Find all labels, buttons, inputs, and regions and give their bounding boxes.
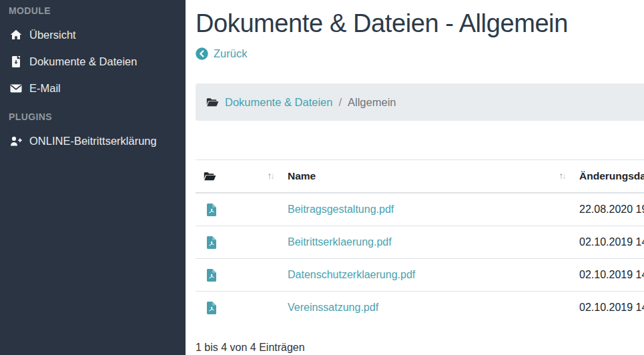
- sidebar-item-email[interactable]: E-Mail: [0, 75, 186, 101]
- folder-open-icon: [206, 97, 219, 107]
- sidebar-item-uebersicht[interactable]: Übersicht: [0, 21, 186, 48]
- file-link[interactable]: Beitrittserklaerung.pdf: [288, 236, 392, 248]
- table-header-row: ↑↓ Name ↑↓ Änderungsda: [196, 160, 644, 194]
- sidebar-section-module: MODULE: [0, 0, 186, 21]
- file-modified-date: 02.10.2019 14: [571, 259, 644, 292]
- folder-open-icon: [204, 168, 272, 184]
- file-modified-date: 02.10.2019 14: [571, 226, 644, 259]
- file-download-icon: [9, 56, 23, 67]
- table-row: Vereinssatzung.pdf 02.10.2019 14: [196, 292, 644, 324]
- home-icon: [9, 29, 23, 40]
- envelope-icon: [9, 84, 23, 93]
- file-pdf-icon: [206, 267, 272, 283]
- sidebar-item-dokumente[interactable]: Dokumente & Dateien: [0, 48, 186, 75]
- file-link[interactable]: Beitragsgestaltung.pdf: [288, 204, 394, 215]
- file-pdf-icon: [206, 234, 272, 250]
- breadcrumb-separator: /: [332, 94, 348, 110]
- table-row: Beitrittserklaerung.pdf 02.10.2019 14: [196, 226, 644, 259]
- breadcrumb-current: Allgemein: [348, 94, 396, 110]
- column-header-modified[interactable]: Änderungsda: [571, 160, 644, 194]
- column-header-name[interactable]: Name ↑↓: [280, 160, 571, 194]
- file-pdf-icon: [206, 300, 272, 316]
- files-table: ↑↓ Name ↑↓ Änderungsda: [196, 159, 644, 324]
- table-row: Beitragsgestaltung.pdf 22.08.2020 19: [196, 193, 644, 226]
- sidebar-item-label: E-Mail: [29, 82, 61, 95]
- sort-icon: ↑↓: [268, 168, 274, 184]
- sidebar-item-label: Dokumente & Dateien: [29, 55, 137, 68]
- file-link[interactable]: Datenschutzerklaerung.pdf: [288, 269, 415, 280]
- file-pdf-icon: [206, 202, 272, 218]
- file-link[interactable]: Vereinssatzung.pdf: [288, 302, 378, 313]
- breadcrumb: Dokumente & Dateien / Allgemein: [196, 83, 644, 121]
- sidebar-item-label: Übersicht: [29, 29, 76, 41]
- sort-icon: ↑↓: [559, 168, 566, 184]
- table-info: 1 bis 4 von 4 Einträgen: [196, 342, 644, 354]
- back-link-label: Zurück: [214, 47, 247, 60]
- sidebar-section-plugins: PLUGINS: [0, 106, 186, 127]
- page-title: Dokumente & Dateien - Allgemein: [196, 8, 644, 39]
- file-modified-date: 02.10.2019 14: [571, 292, 644, 324]
- files-table-container: ↑↓ Name ↑↓ Änderungsda: [196, 159, 644, 354]
- user-plus-icon: [9, 136, 23, 146]
- column-header-type[interactable]: ↑↓: [196, 160, 280, 194]
- main-content: Dokumente & Dateien - Allgemein Zurück D…: [186, 0, 644, 355]
- arrow-circle-left-icon: [196, 47, 208, 60]
- sidebar-item-online-beitrittserklaerung[interactable]: ONLINE-Beitrittserklärung: [0, 127, 186, 154]
- sidebar-item-label: ONLINE-Beitrittserklärung: [29, 135, 157, 147]
- breadcrumb-link-dokumente[interactable]: Dokumente & Dateien: [225, 94, 332, 110]
- sidebar: MODULE Übersicht Dokumente & Dateien E-M…: [0, 0, 186, 355]
- table-row: Datenschutzerklaerung.pdf 02.10.2019 14: [196, 259, 644, 292]
- file-modified-date: 22.08.2020 19: [571, 193, 644, 226]
- back-link[interactable]: Zurück: [196, 45, 247, 61]
